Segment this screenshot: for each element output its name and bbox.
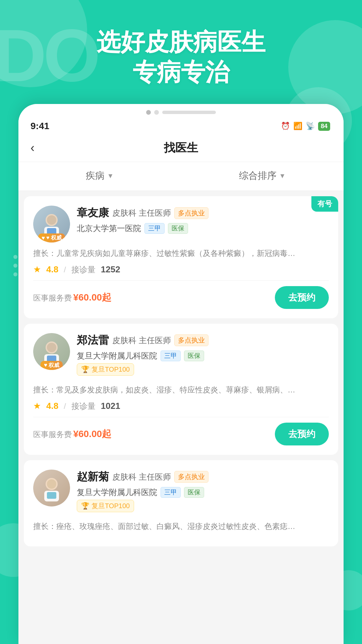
fee-section-2: 医事服务费 ¥60.00起: [33, 428, 111, 440]
battery-badge: 84: [318, 122, 330, 131]
consult-count-2: 1021: [101, 401, 120, 411]
svg-point-10: [47, 479, 56, 489]
rating-score-1: 4.8: [46, 264, 58, 275]
hospital-name-3: 复旦大学附属儿科医院: [77, 487, 157, 498]
notch-dot-2: [154, 110, 159, 115]
hospital-name-2: 复旦大学附属儿科医院: [77, 351, 157, 361]
doctor-name-1: 章友康: [77, 206, 109, 220]
doctor-info-3: 赵新菊 皮肤科 主任医师 多点执业 复旦大学附属儿科医院 三甲 医保 🏆 复旦T…: [77, 470, 329, 516]
card-header-2: ♥权威 郑法雷 皮肤科 主任医师 多点执业 复旦大学附属儿科医院 三甲 医保: [33, 333, 329, 379]
alarm-icon: ⏰: [281, 122, 290, 130]
doctor-card-1: 有号 ♥♥ 权威: [24, 196, 338, 318]
doctor-name-2: 郑法雷: [77, 333, 109, 348]
doctor-card-3: 赵新菊 皮肤科 主任医师 多点执业 复旦大学附属儿科医院 三甲 医保 🏆 复旦T…: [24, 460, 338, 547]
hospital-row-1: 北京大学第一医院 三甲 医保: [77, 223, 329, 234]
doctor-list[interactable]: 有号 ♥♥ 权威: [18, 191, 344, 644]
card-header-3: 赵新菊 皮肤科 主任医师 多点执业 复旦大学附属儿科医院 三甲 医保 🏆 复旦T…: [33, 470, 329, 516]
doctor-name-row-1: 章友康 皮肤科 主任医师 多点执业: [77, 206, 329, 220]
hospital-row-3: 复旦大学附属儿科医院 三甲 医保: [77, 487, 329, 498]
status-time: 9:41: [31, 121, 49, 131]
wifi-icon: 📡: [306, 122, 315, 130]
fee-price-1: ¥60.00起: [73, 292, 111, 303]
doctor-avatar-3: [33, 470, 70, 506]
status-icons: ⏰ 📶 📡 84: [281, 122, 330, 131]
card-footer-1: 医事服务费 ¥60.00起 去预约: [33, 280, 329, 309]
svg-point-6: [47, 343, 56, 352]
filter-sort-label: 综合排序: [239, 169, 277, 182]
fee-section-1: 医事服务费 ¥60.00起: [33, 291, 111, 304]
fudan-tag-2: 🏆 复旦TOP100: [77, 363, 134, 376]
filter-sort-chevron: ▼: [279, 172, 286, 180]
star-icon-1: ★: [33, 264, 41, 275]
fee-price-2: ¥60.00起: [73, 429, 111, 439]
hospital-name-1: 北京大学第一医院: [77, 223, 141, 234]
tag-multi-2: 多点执业: [174, 334, 208, 346]
book-button-2[interactable]: 去预约: [275, 423, 329, 445]
rating-score-2: 4.8: [46, 401, 58, 411]
back-button[interactable]: ‹: [31, 141, 47, 155]
filter-disease-label: 疾病: [86, 169, 105, 182]
tag-yibao-2: 医保: [184, 351, 204, 361]
specialty-3: 擅长：痤疮、玫瑰痤疮、面部过敏、白癜风、湿疹皮炎过敏性皮炎、色素痣…: [33, 520, 329, 533]
hospital-row-2: 复旦大学附属儿科医院 三甲 医保: [77, 351, 329, 361]
specialty-1: 擅长：儿童常见疾病如儿童荨麻疹、过敏性紫癜（及各种紫癜），新冠病毒…: [33, 247, 329, 260]
divider-2: /: [64, 401, 66, 411]
fudan-tag-3: 🏆 复旦TOP100: [77, 500, 134, 512]
tag-sanjia-2: 三甲: [161, 351, 181, 361]
filter-tab-sort[interactable]: 综合排序 ▼: [181, 162, 344, 191]
signal-icon: 📶: [293, 122, 302, 130]
doctor-dept-2: 皮肤科 主任医师: [112, 335, 171, 346]
filter-bar: 疾病 ▼ 综合排序 ▼: [18, 162, 344, 191]
consult-label-1: 接诊量: [71, 264, 96, 275]
tag-multi-3: 多点执业: [174, 471, 208, 483]
hero-title: 选好皮肤病医生 专病专治: [0, 27, 362, 87]
svg-point-2: [47, 215, 56, 225]
notch-bar: [162, 111, 216, 114]
authority-badge-1: ♥♥ 权威: [38, 233, 65, 243]
status-bar: 9:41 ⏰ 📶 📡 84: [18, 118, 344, 134]
card-footer-2: 医事服务费 ¥60.00起 去预约: [33, 417, 329, 445]
card-header-1: ♥♥ 权威 章友康 皮肤科 主任医师 多点执业 北京大学第一医院 三甲 医保: [33, 206, 329, 243]
nav-bar: ‹ 找医生: [18, 134, 344, 162]
star-icon-2: ★: [33, 401, 41, 411]
svg-rect-11: [47, 492, 56, 499]
doctor-name-row-2: 郑法雷 皮肤科 主任医师 多点执业: [77, 333, 329, 348]
doctor-dept-3: 皮肤科 主任医师: [112, 472, 171, 482]
doctor-info-2: 郑法雷 皮肤科 主任医师 多点执业 复旦大学附属儿科医院 三甲 医保 🏆 复旦T…: [77, 333, 329, 379]
authority-badge-2: ♥权威: [41, 361, 63, 370]
book-button-1[interactable]: 去预约: [275, 286, 329, 309]
phone-notch: [18, 104, 344, 118]
tag-sanjia-1: 三甲: [144, 223, 165, 234]
tag-yibao-3: 医保: [184, 487, 204, 498]
fee-label-1: 医事服务费: [33, 293, 72, 302]
hero-section: 选好皮肤病医生 专病专治: [0, 27, 362, 87]
available-badge-1: 有号: [311, 196, 338, 212]
fee-label-2: 医事服务费: [33, 430, 72, 439]
tag-multi-1: 多点执业: [174, 207, 208, 219]
doctor-name-3: 赵新菊: [77, 470, 109, 484]
phone-frame: 9:41 ⏰ 📶 📡 84 ‹ 找医生 疾病 ▼ 综合排序 ▼ 有号: [18, 104, 344, 644]
filter-disease-chevron: ▼: [107, 172, 114, 180]
consult-label-2: 接诊量: [71, 401, 96, 412]
doctor-avatar-2: ♥权威: [33, 333, 70, 370]
doctor-info-1: 章友康 皮肤科 主任医师 多点执业 北京大学第一医院 三甲 医保: [77, 206, 329, 236]
filter-tab-disease[interactable]: 疾病 ▼: [18, 162, 181, 191]
divider-1: /: [64, 265, 66, 274]
doctor-dept-1: 皮肤科 主任医师: [112, 208, 171, 218]
doctor-avatar-1: ♥♥ 权威: [33, 206, 70, 243]
page-title: 找医生: [47, 140, 315, 156]
tag-yibao-1: 医保: [168, 223, 188, 234]
doctor-card-2: ♥权威 郑法雷 皮肤科 主任医师 多点执业 复旦大学附属儿科医院 三甲 医保: [24, 324, 338, 455]
consult-count-1: 1252: [101, 264, 120, 275]
rating-row-2: ★ 4.8 / 接诊量 1021: [33, 401, 329, 412]
specialty-2: 擅长：常见及多发皮肤病，如皮炎、湿疹、特应性皮炎、荨麻疹、银屑病、…: [33, 384, 329, 396]
rating-row-1: ★ 4.8 / 接诊量 1252: [33, 264, 329, 275]
tag-sanjia-3: 三甲: [161, 487, 181, 498]
doctor-name-row-3: 赵新菊 皮肤科 主任医师 多点执业: [77, 470, 329, 484]
notch-dot-1: [146, 110, 151, 115]
